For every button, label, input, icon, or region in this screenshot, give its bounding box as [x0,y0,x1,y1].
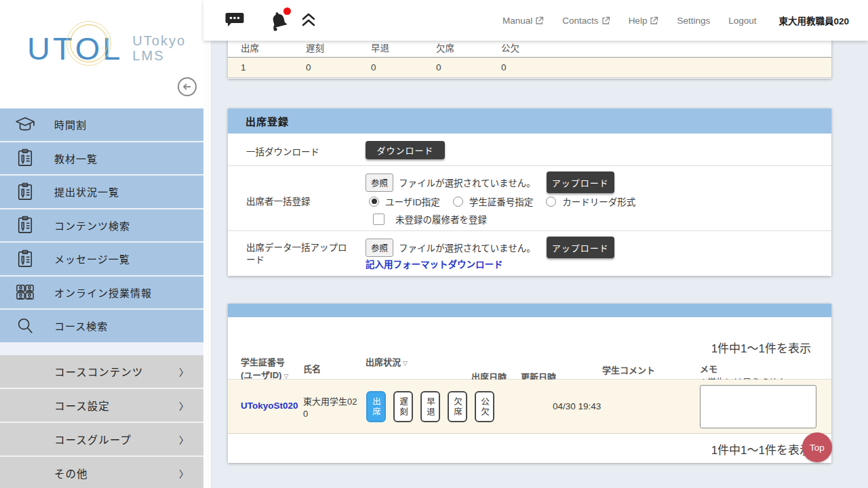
sidebar-item-course-group[interactable]: コースグループ 〉 [0,423,203,457]
scroll-to-top-button[interactable]: Top [802,432,832,462]
memo-input[interactable] [700,385,816,428]
bulk-download-row: 一括ダウンロード ダウンロード [228,134,831,166]
result-count-top: 1件中1〜1件を表示 [711,339,811,356]
upload-button[interactable]: アップロード [547,237,614,258]
sidebar-item-content-search[interactable]: コンテンツ検索 [0,209,203,243]
contacts-link[interactable]: Contacts [562,16,610,26]
messages-icon[interactable] [224,9,245,33]
sidebar-divider [0,344,203,355]
data-bulk-upload-row: 出席データ一括アップロード 参照 ファイルが選択されていません。 アップロード … [228,231,831,275]
summary-header: 遅刻 [293,41,358,54]
sort-icon: ▽ [283,373,288,380]
table-top-bar [228,304,831,317]
radio-user-id[interactable]: ユーザID指定 [369,195,440,208]
checkbox-icon [373,214,384,225]
attendance-datetime: 04/30 19:43 [553,401,601,411]
summary-value-row: 1 0 0 0 0 [228,58,831,78]
table-footer: 1件中1〜1件を表示 [228,434,831,462]
summary-value: 1 [228,62,293,73]
clipboard-icon [14,249,36,268]
sidebar-item-materials[interactable]: 教材一覧 [0,142,203,176]
sidebar-item-label: メッセージ一覧 [54,251,130,266]
student-name: 東大用学生020 [303,396,360,420]
collapse-up-icon[interactable] [300,12,317,30]
no-file-text: ファイルが選択されていません。 [399,241,536,254]
summary-value: 0 [358,62,423,73]
utol-logo: UTOL UTokyo LMS [27,33,186,64]
register-unenrolled-checkbox[interactable]: 未登録の履修者を登録 [373,212,487,226]
radio-icon [453,197,463,207]
browse-button[interactable]: 参照 [366,174,393,192]
summary-header: 出席 [228,41,293,54]
browse-button[interactable]: 参照 [366,239,393,257]
search-icon [14,317,36,336]
summary-value: 0 [293,62,358,73]
sidebar-item-label: コンテンツ検索 [54,218,130,232]
username: 東大用教職員020 [778,14,849,27]
radio-card-reader[interactable]: カードリーダ形式 [546,195,635,208]
sidebar-item-label: 提出状況一覧 [54,184,119,199]
scrollbar-track[interactable] [203,41,212,488]
notifications-icon[interactable] [268,9,290,34]
column-header-status[interactable]: 出席状況▽ [366,357,408,369]
summary-value: 0 [423,62,488,73]
attendee-bulk-register-label: 出席者一括登録 [246,194,311,207]
help-link[interactable]: Help [629,16,659,26]
logout-link[interactable]: Logout [728,16,756,26]
sidebar-course-menu: コースコンテンツ 〉 コース設定 〉 コースグループ 〉 その他 〉 [0,355,203,488]
summary-value: 0 [488,62,553,73]
sidebar-item-messages[interactable]: メッセージ一覧 [0,243,203,277]
sidebar-item-others[interactable]: その他 〉 [0,457,203,488]
panel-title: 出席登録 [245,114,289,128]
people-grid-icon [14,283,36,301]
sidebar: UTOL UTokyo LMS 時間割 [0,0,203,488]
sidebar-item-submission-status[interactable]: 提出状況一覧 [0,176,203,209]
file-select-line: 参照 ファイルが選択されていません。 アップロード [366,237,614,258]
status-button-absent[interactable]: 欠席 [448,391,467,422]
chevron-right-icon: 〉 [179,399,189,412]
arrow-left-icon [182,81,193,92]
clipboard-icon [14,216,36,235]
status-button-early-leave[interactable]: 早退 [420,391,440,422]
status-button-group: 出席 遅刻 早退 欠席 公欠 [366,391,494,422]
attendance-register-panel: 出席登録 一括ダウンロード ダウンロード 出席者一括登録 参照 ファイルが選択さ… [228,108,831,276]
no-file-text: ファイルが選択されていません。 [399,176,536,189]
panel-header: 出席登録 [228,108,831,134]
summary-header: 欠席 [423,41,488,54]
download-button[interactable]: ダウンロード [366,141,445,159]
attendee-bulk-register-row: 出席者一括登録 参照 ファイルが選択されていません。 アップロード ユーザID指… [228,166,831,231]
sidebar-item-label: 時間割 [54,117,87,131]
summary-header: 公欠 [488,41,553,54]
column-header-student-id[interactable]: 学生証番号 (ユーザID)▽ [241,357,288,382]
main-content: Manual Contacts Help Settings [203,0,868,488]
sidebar-collapse-button[interactable] [178,77,197,96]
format-download-link[interactable]: 記入用フォーマットダウンロード [366,257,503,270]
sidebar-item-timetable[interactable]: 時間割 [0,108,203,142]
logo-subtitle: UTokyo LMS [132,33,186,64]
column-header-student-comment: 学生コメント [602,365,655,378]
sidebar-item-course-settings[interactable]: コース設定 〉 [0,389,203,423]
clipboard-icon [14,148,36,167]
chevron-right-icon: 〉 [179,466,189,480]
status-button-late[interactable]: 遅刻 [393,391,413,422]
upload-button[interactable]: アップロード [547,171,614,193]
column-header-name: 氏名 [303,363,321,376]
manual-link[interactable]: Manual [502,16,544,26]
logo-area: UTOL UTokyo LMS [0,0,203,108]
settings-link[interactable]: Settings [677,16,710,26]
sidebar-item-course-contents[interactable]: コースコンテンツ 〉 [0,355,203,389]
data-bulk-upload-label: 出席データ一括アップロード [246,242,349,266]
sidebar-item-label: 教材一覧 [54,151,98,165]
status-button-present[interactable]: 出席 [366,391,386,422]
student-id-link[interactable]: UTokyoSt020 [241,401,298,411]
register-mode-radios: ユーザID指定 学生証番号指定 カードリーダ形式 [369,195,635,208]
status-button-excused-absence[interactable]: 公欠 [475,391,494,422]
radio-student-card-number[interactable]: 学生証番号指定 [453,195,534,208]
topbar-links: Manual Contacts Help Settings [502,0,849,41]
table-header-area: 1件中1〜1件を表示 学生証番号 (ユーザID)▽ 氏名 出席状況▽ 出席日時 … [228,317,831,380]
sidebar-menu: 時間割 教材一覧 提出状況一覧 [0,108,203,344]
sidebar-item-online-class-info[interactable]: オンライン授業情報 [0,277,203,310]
notification-badge [283,7,291,15]
sort-icon: ▽ [403,360,408,367]
sidebar-item-course-search[interactable]: コース検索 [0,310,203,344]
